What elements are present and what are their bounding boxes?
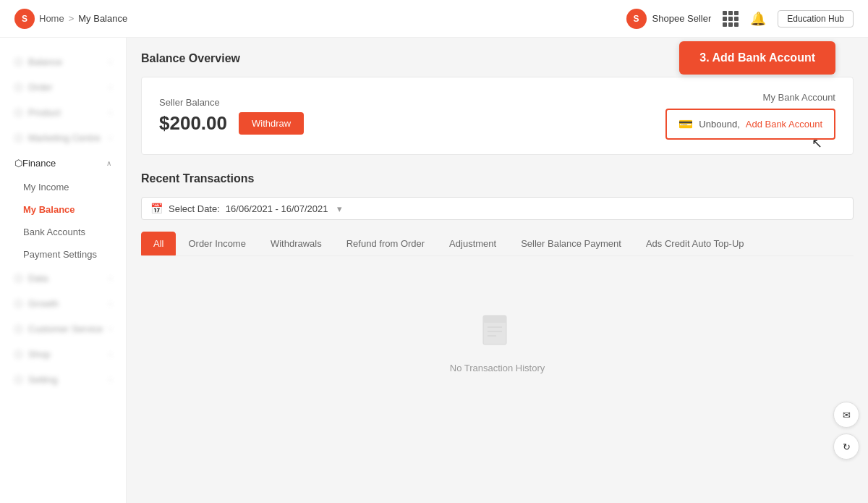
balance-amount-row: $200.00 Withdraw: [159, 112, 304, 135]
sidebar-group-finance[interactable]: ⬡Finance ∧: [0, 151, 126, 176]
sidebar-item-my-balance[interactable]: My Balance: [0, 198, 126, 221]
bank-section-wrapper: 3. Add Bank Account My Bank Account 💳 Un…: [665, 92, 835, 140]
my-bank-account-label: My Bank Account: [665, 92, 835, 103]
tab-adjustment[interactable]: Adjustment: [437, 232, 509, 255]
seller-name: Shopee Seller: [652, 13, 712, 24]
sidebar-item-product[interactable]: ⬡Product ›: [0, 100, 126, 125]
tab-seller-balance-payment[interactable]: Seller Balance Payment: [509, 232, 634, 255]
chevron-down-icon: ▾: [337, 203, 342, 214]
sidebar-item-my-income[interactable]: My Income: [0, 176, 126, 198]
sidebar-item-payment-settings[interactable]: Payment Settings: [0, 243, 126, 266]
date-label: Select Date:: [169, 203, 220, 214]
chat-icon: ✉: [843, 410, 851, 420]
empty-document-icon: [480, 314, 515, 354]
date-value: 16/06/2021 - 16/07/2021: [226, 203, 328, 214]
breadcrumb: Home > My Balance: [39, 13, 127, 24]
sidebar-item-setting[interactable]: ⬡Setting ›: [0, 367, 126, 392]
calendar-icon: 📅: [150, 203, 163, 214]
breadcrumb-current: My Balance: [78, 13, 127, 24]
main-content: Balance Overview Seller Balance $200.00 …: [127, 38, 868, 503]
seller-balance-label: Seller Balance: [159, 97, 304, 108]
chat-float-button[interactable]: ✉: [833, 402, 859, 428]
top-navigation: S Home > My Balance S Shopee Seller 🔔 Ed…: [0, 0, 868, 38]
sidebar-item-order[interactable]: ⬡Order ›: [0, 75, 126, 100]
breadcrumb-separator: >: [69, 13, 75, 24]
bank-unbound-box[interactable]: 💳 Unbound, Add Bank Account ↖: [665, 109, 835, 140]
sidebar-item-bank-accounts[interactable]: Bank Accounts: [0, 221, 126, 243]
nav-right: S Shopee Seller 🔔 Education Hub: [626, 9, 854, 29]
bank-card-icon: 💳: [678, 117, 693, 131]
date-selector[interactable]: 📅 Select Date: 16/06/2021 - 16/07/2021 ▾: [141, 197, 854, 220]
svg-rect-1: [483, 316, 506, 323]
sidebar: ⬡Balance › ⬡Order › ⬡Product › ⬡Marketin…: [0, 38, 127, 503]
add-bank-account-link[interactable]: Add Bank Account: [746, 119, 822, 130]
notification-bell-icon[interactable]: 🔔: [750, 11, 766, 27]
balance-card: Seller Balance $200.00 Withdraw 3. Add B…: [141, 77, 854, 155]
recent-transactions-title: Recent Transactions: [141, 172, 854, 185]
balance-amount: $200.00: [159, 112, 227, 135]
empty-state-text: No Transaction History: [450, 363, 545, 373]
tab-withdrawals[interactable]: Withdrawals: [258, 232, 334, 255]
floating-icons: ✉ ↻: [833, 402, 859, 460]
withdraw-button[interactable]: Withdraw: [239, 112, 304, 135]
balance-info: Seller Balance $200.00 Withdraw: [159, 97, 304, 135]
tab-ads-credit-auto-topup[interactable]: Ads Credit Auto Top-Up: [634, 232, 757, 255]
tab-all[interactable]: All: [141, 232, 176, 255]
filter-tabs: All Order Income Withdrawals Refund from…: [141, 232, 854, 256]
refresh-icon: ↻: [843, 441, 851, 452]
add-bank-tooltip[interactable]: 3. Add Bank Account: [679, 41, 835, 75]
tab-refund-from-order[interactable]: Refund from Order: [334, 232, 437, 255]
cursor-icon: ↖: [812, 135, 822, 151]
nav-left: S Home > My Balance: [14, 9, 127, 29]
seller-logo: S: [626, 9, 647, 29]
sidebar-item-balance[interactable]: ⬡Balance ›: [0, 49, 126, 75]
sidebar-item-growth[interactable]: ⬡Growth ›: [0, 291, 126, 316]
breadcrumb-home[interactable]: Home: [39, 13, 64, 24]
sidebar-item-marketing[interactable]: ⬡Marketing Centre ›: [0, 125, 126, 151]
grid-icon[interactable]: [723, 11, 739, 27]
sidebar-item-customer-service[interactable]: ⬡Customer Service ›: [0, 316, 126, 342]
seller-info: S Shopee Seller: [626, 9, 712, 29]
sidebar-item-data[interactable]: ⬡Data ›: [0, 266, 126, 291]
tab-order-income[interactable]: Order Income: [176, 232, 258, 255]
bank-section: My Bank Account 💳 Unbound, Add Bank Acco…: [665, 92, 835, 140]
empty-state: No Transaction History: [141, 271, 854, 417]
sidebar-item-shop[interactable]: ⬡Shop ›: [0, 342, 126, 367]
education-hub-button[interactable]: Education Hub: [778, 10, 854, 28]
shopee-logo: S: [14, 9, 35, 29]
unbound-text: Unbound,: [699, 119, 739, 130]
refresh-float-button[interactable]: ↻: [833, 434, 859, 460]
